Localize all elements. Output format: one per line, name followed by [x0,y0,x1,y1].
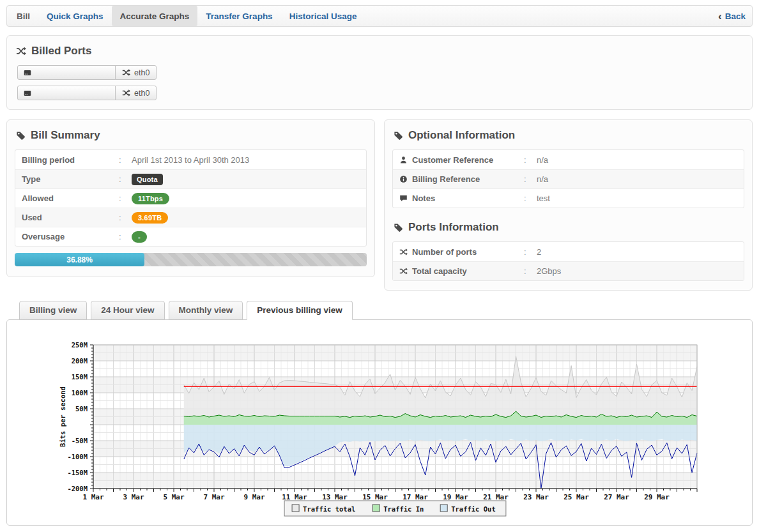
shuffle-icon [399,248,408,256]
port-device-button[interactable] [17,86,116,100]
ports-info-title: Ports Information [394,221,744,234]
svg-text:15 Mar: 15 Mar [362,493,388,501]
chart-panel: 250M200M150M100M50M-50M-100M-150M-200M1 … [6,319,753,526]
shuffle-icon [16,46,26,56]
svg-text:200M: 200M [72,357,88,365]
tag-icon [394,131,403,141]
table-row: Overusage : - [15,227,366,246]
colon: : [524,155,537,165]
svg-text:7 Mar: 7 Mar [203,493,224,501]
billed-ports-title-text: Billed Ports [31,45,91,57]
shuffle-icon [399,267,408,275]
svg-text:Traffic Out: Traffic Out [451,505,496,513]
colon: : [524,247,537,257]
tab-monthly-view[interactable]: Monthly view [169,301,243,320]
nav-item-accurate-graphs[interactable]: Accurate Graphs [112,6,198,26]
usage-progress-label: 36.88% [66,255,93,264]
svg-text:29 Mar: 29 Mar [644,493,670,501]
info-panel: Optional Information Customer Reference … [384,119,753,291]
tag-icon [394,223,403,232]
bill-summary-title-text: Bill Summary [31,129,100,142]
port-interface-button[interactable]: eth0 [115,65,157,80]
row-value: April 1st 2013 to April 30th 2013 [132,155,249,165]
colon: : [524,266,537,276]
server-icon [23,89,32,98]
optional-info-title-text: Optional Information [408,129,515,142]
ports-info-table: Number of ports : 2 Total capacity : 2Gb… [392,241,744,281]
svg-text:5 Mar: 5 Mar [163,493,184,501]
row-value: 2 [537,247,541,257]
type-badge: Quota [132,174,163,185]
row-value: test [537,194,550,203]
overusage-badge: - [132,231,147,243]
port-row: eth0 [17,86,744,100]
bill-summary-table: Billing period : April 1st 2013 to April… [15,149,367,247]
chart-view-tabs: Billing view 24 Hour view Monthly view P… [19,301,753,319]
svg-text:27 Mar: 27 Mar [604,493,629,501]
tab-24-hour-view[interactable]: 24 Hour view [91,301,164,320]
colon: : [119,155,132,165]
svg-text:23 Mar: 23 Mar [523,493,549,501]
table-row: Used : 3.69TB [15,208,366,227]
row-label-text: Customer Reference [412,155,493,165]
svg-text:-100M: -100M [67,453,88,460]
table-row: Allowed : 11Tbps [15,188,366,208]
traffic-graph: 250M200M150M100M50M-50M-100M-150M-200M1 … [7,340,752,521]
port-interface-label: eth0 [134,89,150,98]
table-row: Billing Reference : n/a [393,169,744,188]
svg-text:-200M: -200M [67,485,88,492]
row-label: Used [22,213,119,222]
table-row: Number of ports : 2 [393,242,744,261]
back-label: Back [725,11,746,21]
row-label-text: Billing Reference [412,174,480,184]
shuffle-icon [122,89,130,97]
svg-text:Bits per second: Bits per second [59,386,66,447]
tab-previous-billing-view[interactable]: Previous billing view [247,301,353,320]
page: Bill Quick Graphs Accurate Graphs Transf… [0,0,759,532]
row-label: Notes [399,194,524,203]
allowed-badge: 11Tbps [132,193,169,204]
svg-text:19 Mar: 19 Mar [443,493,468,501]
svg-text:1 Mar: 1 Mar [82,493,103,501]
port-interface-label: eth0 [134,68,150,77]
optional-info-title: Optional Information [394,129,744,142]
row-label: Billing period [22,155,119,165]
table-row: Customer Reference : n/a [393,150,744,169]
row-label: Billing Reference [399,174,524,184]
row-label-text: Notes [412,194,435,203]
port-interface-button[interactable]: eth0 [115,86,157,100]
billed-ports-panel: Billed Ports eth0 [6,35,753,110]
usage-progress-fill: 36.88% [15,253,144,266]
tab-billing-view[interactable]: Billing view [19,301,87,320]
user-icon [399,156,408,164]
port-device-button[interactable] [17,65,116,80]
svg-text:Traffic total: Traffic total [303,505,355,513]
shuffle-icon [122,68,130,77]
svg-text:9 Mar: 9 Mar [243,493,264,501]
comment-icon [399,194,408,202]
row-label: Overusage [22,232,119,241]
colon: : [524,194,537,203]
svg-text:3 Mar: 3 Mar [123,493,144,501]
colon: : [119,194,132,203]
summary-columns: Bill Summary Billing period : April 1st … [6,110,753,291]
tag-icon [16,131,26,141]
used-badge: 3.69TB [132,212,168,224]
nav-item-transfer-graphs[interactable]: Transfer Graphs [197,6,280,26]
colon: : [524,174,537,184]
svg-text:50M: 50M [75,405,88,413]
svg-text:13 Mar: 13 Mar [322,493,348,501]
nav-item-historical-usage[interactable]: Historical Usage [281,6,365,26]
svg-text:-150M: -150M [67,469,88,476]
table-row: Total capacity : 2Gbps [393,261,744,280]
colon: : [119,213,132,222]
nav-item-bill[interactable]: Bill [8,6,38,26]
usage-progress-bar: 36.88% [15,253,367,266]
back-button[interactable]: ‹ Back [718,11,746,22]
svg-text:25 Mar: 25 Mar [564,493,589,501]
ports-info-title-text: Ports Information [408,221,499,234]
bill-summary-title: Bill Summary [16,129,367,142]
optional-info-table: Customer Reference : n/a Billing Referen… [392,149,744,208]
nav-items: Bill Quick Graphs Accurate Graphs Transf… [8,6,365,26]
nav-item-quick-graphs[interactable]: Quick Graphs [38,6,112,26]
